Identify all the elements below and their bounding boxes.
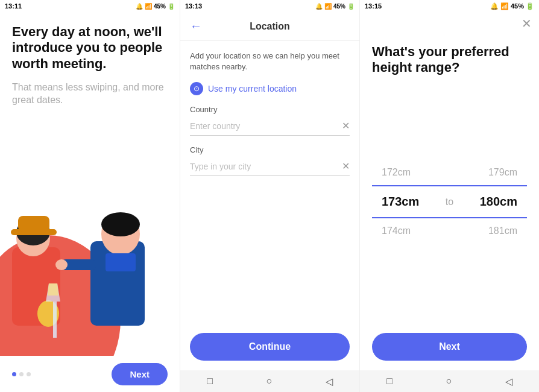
statusbar-p2: 13:13 🔔 📶 45% 🔋 (180, 0, 359, 12)
time-p1: 13:11 (5, 2, 22, 10)
city-label: City (190, 145, 350, 154)
panel1-bottom-bar: Next (0, 356, 180, 392)
back-button[interactable]: ← (188, 17, 204, 36)
pagination-dots (12, 372, 31, 376)
city-field-group: City ✕ (190, 145, 350, 176)
time-p2: 13:13 (185, 2, 202, 10)
height-row-1[interactable]: 172cm 179cm (372, 160, 527, 185)
location-pin-icon: ⊙ (190, 82, 203, 95)
country-field-group: Country ✕ (190, 105, 350, 136)
location-description: Add your location so we can help you mee… (190, 51, 350, 72)
country-input-wrapper: ✕ (190, 116, 350, 136)
close-button[interactable]: ✕ (522, 16, 532, 31)
svg-rect-7 (53, 302, 57, 338)
height-left-3: 174cm (382, 226, 411, 236)
dot-3 (27, 372, 31, 376)
android-nav-p3: □ ○ ◁ (360, 370, 539, 392)
height-right-1: 179cm (488, 167, 517, 178)
nav-square-p3[interactable]: □ (386, 376, 392, 387)
svg-rect-5 (18, 216, 49, 232)
nav-triangle-p3[interactable]: ◁ (505, 376, 512, 387)
location-footer: Continue (180, 323, 359, 370)
onboarding-subtext: That means less swiping, and more great … (12, 81, 168, 107)
nav-square-p2[interactable]: □ (207, 376, 213, 387)
onboarding-text: Every day at noon, we'll introduce you t… (0, 12, 180, 113)
use-current-location-button[interactable]: ⊙ Use my current location (190, 82, 350, 95)
dot-2 (19, 372, 24, 376)
location-title: Location (250, 21, 290, 32)
city-clear-button[interactable]: ✕ (342, 160, 350, 172)
city-input[interactable] (190, 162, 342, 171)
svg-point-15 (55, 259, 68, 270)
height-header: ✕ (360, 13, 539, 34)
height-row-selected[interactable]: 173cm to 180cm (372, 185, 527, 218)
panel-location: 13:13 🔔 📶 45% 🔋 ← Location Add your loca… (180, 0, 359, 392)
onboarding-illustration (0, 127, 180, 356)
status-icons-p3: 🔔 📶 45% 🔋 (490, 2, 534, 10)
android-nav-p2: □ ○ ◁ (180, 370, 359, 392)
height-right-3: 181cm (488, 226, 517, 236)
continue-button[interactable]: Continue (190, 333, 350, 361)
city-input-wrapper: ✕ (190, 157, 350, 176)
height-picker: 172cm 179cm 173cm to 180cm 174cm 181cm (372, 90, 527, 314)
next-button-p1[interactable]: Next (112, 363, 168, 385)
nav-circle-p2[interactable]: ○ (266, 376, 272, 387)
panel-onboarding: 13:11 🔔 📶 45% 🔋 Every day at noon, we'll… (0, 0, 180, 392)
height-left-1: 172cm (382, 167, 411, 178)
height-left-selected: 173cm (382, 195, 419, 209)
country-label: Country (190, 105, 350, 114)
height-right-selected: 180cm (480, 195, 517, 209)
status-icons-p1: 🔔 📶 45% 🔋 (136, 2, 175, 10)
svg-rect-13 (106, 253, 136, 271)
use-location-label: Use my current location (208, 84, 297, 93)
location-content: Add your location so we can help you mee… (180, 41, 359, 323)
height-title: What's your preferred height range? (372, 44, 527, 76)
height-row-3[interactable]: 174cm 181cm (372, 218, 527, 244)
next-button-p3[interactable]: Next (372, 333, 527, 361)
statusbar-p1: 13:11 🔔 📶 45% 🔋 (0, 0, 180, 12)
onboarding-headline: Every day at noon, we'll introduce you t… (12, 24, 168, 72)
location-header: ← Location (180, 12, 359, 41)
nav-circle-p3[interactable]: ○ (446, 376, 452, 387)
time-p3: 13:15 (365, 2, 382, 10)
to-label: to (446, 197, 453, 207)
height-footer: Next (360, 323, 539, 370)
height-content: What's your preferred height range? 172c… (360, 34, 539, 323)
svg-marker-9 (48, 283, 58, 296)
nav-triangle-p2[interactable]: ◁ (326, 376, 333, 387)
country-input[interactable] (190, 121, 342, 131)
svg-point-12 (101, 212, 140, 236)
country-clear-button[interactable]: ✕ (342, 120, 350, 131)
dot-1 (12, 372, 16, 376)
status-icons-p2: 🔔 📶 45% 🔋 (315, 2, 355, 10)
statusbar-p3: 13:15 🔔 📶 45% 🔋 (360, 0, 539, 13)
panel-height: 13:15 🔔 📶 45% 🔋 ✕ What's your preferred … (359, 0, 539, 392)
